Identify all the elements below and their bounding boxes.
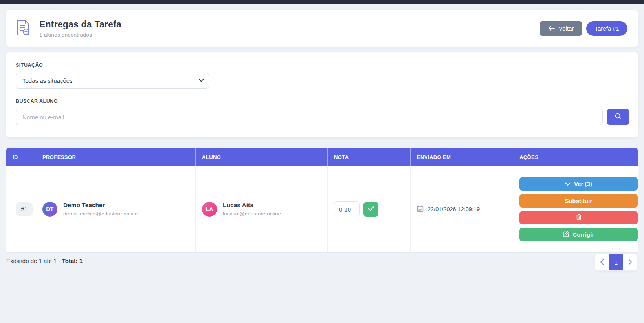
chevron-right-icon [628,259,632,266]
grade-correct-label: Corrigir [573,232,594,238]
column-header-professor: PROFESSOR [36,148,196,166]
back-button[interactable]: Voltar [540,21,582,36]
id-badge: #1 [16,202,32,216]
column-header-enviado-em: ENVIADO EM [411,148,513,166]
arrow-left-icon [548,25,555,32]
cell-enviado-em: 22/01/2026 12:09:19 [411,166,513,253]
trash-icon [576,214,582,221]
situation-select-wrap: Todas as situações [16,73,209,89]
grade-correct-button[interactable]: Corrigir [519,228,638,241]
pagination-page-1[interactable]: 1 [609,254,623,270]
search-row [16,109,629,125]
table-footer: Exibindo de 1 até 1 - Total: 1 1 [6,254,638,271]
column-header-id: ID [6,148,36,166]
professor-avatar: DT [42,202,57,217]
header-titles: Entregas da Tarefa 1 alunos encontrados [39,19,121,38]
pagination-prev-button[interactable] [595,254,609,270]
header-actions: Voltar Tarefa #1 [540,21,627,36]
page-title: Entregas da Tarefa [39,19,121,30]
submitted-at: 22/01/2026 12:09:19 [427,206,480,212]
pagination: 1 [594,254,638,271]
back-button-label: Voltar [559,25,574,32]
confirm-grade-button[interactable] [363,202,378,217]
view-attachments-button[interactable]: Ver (3) [519,177,638,191]
aluno-name: Lucas Aita [223,202,281,209]
situation-select[interactable]: Todas as situações [16,73,209,89]
calendar-icon [417,205,424,213]
pagination-next-button[interactable] [623,254,637,270]
situation-label: SITUAÇÃO [16,62,629,68]
chevron-down-icon [565,181,571,187]
top-bar [0,0,644,4]
replace-button[interactable]: Substituir [519,194,638,208]
search-button[interactable] [607,109,629,125]
professor-name: Demo Teacher [63,202,138,209]
aluno-avatar: LA [202,202,217,217]
chevron-left-icon [600,259,604,266]
check-icon [368,206,374,212]
grade-input[interactable] [334,201,360,217]
summary-total: Total: 1 [62,257,83,264]
submissions-table: ID PROFESSOR ALUNO NOTA ENVIADO EM AÇÕES… [6,148,638,253]
filters-card: SITUAÇÃO Todas as situações BUSCAR ALUNO [6,52,638,137]
column-header-nota: NOTA [328,148,411,166]
document-plus-icon [16,19,31,38]
search-input[interactable] [16,109,603,125]
professor-email: demo-teacher@edustore.online [63,211,138,217]
cell-professor: DT Demo Teacher demo-teacher@edustore.on… [36,166,196,253]
aluno-email: lucasai@edustore.online [223,211,281,217]
table-header-row: ID PROFESSOR ALUNO NOTA ENVIADO EM AÇÕES [6,148,638,166]
edit-icon [563,231,569,238]
cell-aluno: LA Lucas Aita lucasai@edustore.online [196,166,328,253]
search-student-label: BUSCAR ALUNO [16,99,629,104]
table-row: #1 DT Demo Teacher demo-teacher@edustore… [6,166,638,253]
task-number-button[interactable]: Tarefa #1 [586,21,627,36]
column-header-aluno: ALUNO [196,148,328,166]
cell-actions: Ver (3) Substituir [513,166,638,253]
cell-nota [328,166,411,253]
page-header-card: Entregas da Tarefa 1 alunos encontrados … [6,10,638,47]
delete-button[interactable] [519,211,638,224]
professor-info: DT Demo Teacher demo-teacher@edustore.on… [42,202,195,217]
view-attachments-label: Ver (3) [574,181,592,187]
aluno-info: LA Lucas Aita lucasai@edustore.online [202,202,327,217]
column-header-acoes: AÇÕES [513,148,638,166]
summary-text: Exibindo de 1 até 1 - [6,257,62,264]
cell-id: #1 [6,166,36,253]
page-subtitle: 1 alunos encontrados [39,32,121,38]
search-icon [615,113,622,121]
header-left: Entregas da Tarefa 1 alunos encontrados [16,19,540,38]
page-container: Entregas da Tarefa 1 alunos encontrados … [0,4,644,271]
results-summary: Exibindo de 1 até 1 - Total: 1 [6,254,83,264]
